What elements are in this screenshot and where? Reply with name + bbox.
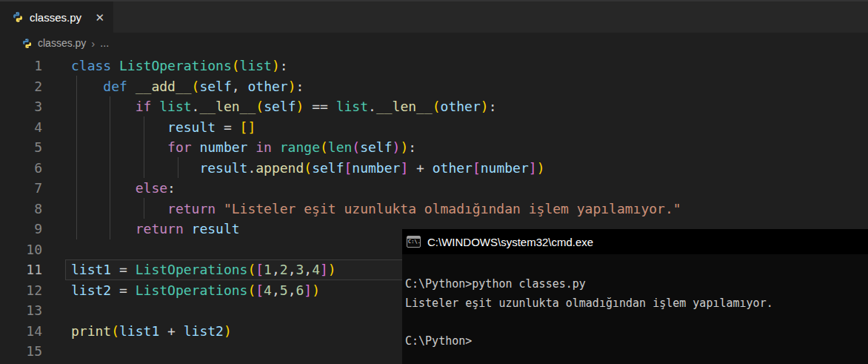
code-line[interactable]: 2 def __add__(self, other): [0,76,868,97]
code-line[interactable]: 1class ListOperations(list): [0,56,868,76]
code-line[interactable]: 3 if list.__len__(self) == list.__len__(… [0,96,868,117]
line-number: 8 [0,199,71,219]
tab-label: classes.py [30,11,81,24]
code-text: list2 = ListOperations([4,5,6]) [71,280,320,301]
tab-bar: classes.py ✕ [0,0,868,33]
code-text: result = [] [71,117,256,138]
line-number: 1 [0,56,71,76]
cmd-titlebar[interactable]: C:\WINDOWS\system32\cmd.exe [402,229,868,254]
cmd-window: C:\WINDOWS\system32\cmd.exe C:\Python>py… [402,229,868,364]
code-line[interactable]: 5 for number in range(len(self)): [0,137,868,158]
terminal-line [405,313,864,332]
code-text: list1 = ListOperations([1,2,3,4]) [71,259,336,280]
line-number: 7 [0,178,71,199]
tab-close-icon[interactable]: ✕ [93,10,106,24]
line-number: 6 [0,158,71,179]
code-text: class ListOperations(list): [71,56,288,76]
code-text: return "Listeler eşit uzunlukta olmadığı… [71,199,681,219]
cmd-icon [407,236,421,248]
line-number: 11 [0,259,71,280]
code-text: print(list1 + list2) [71,321,232,342]
breadcrumb-ellipsis[interactable]: ... [100,37,109,49]
python-icon [21,38,33,49]
line-number: 3 [0,96,71,117]
line-number: 4 [0,117,71,138]
line-number: 9 [0,219,71,239]
code-text: else: [71,178,176,199]
terminal-line: C:\Python> [405,332,864,351]
breadcrumb: classes.py › ... [0,33,868,53]
line-number: 12 [0,280,71,301]
code-text: if list.__len__(self) == list.__len__(ot… [71,96,496,117]
line-number: 15 [0,341,71,362]
code-text: result.append(self[number] + other[numbe… [71,158,544,179]
terminal-line: Listeler eşit uzunlukta olmadığından işl… [405,294,864,314]
vscode-window: classes.py ✕ classes.py › ... 1class Lis… [0,0,868,53]
tab-classes-py[interactable]: classes.py ✕ [0,1,113,33]
line-number: 10 [0,239,71,260]
code-line[interactable]: 6 result.append(self[number] + other[num… [0,158,868,179]
code-text: return result [71,219,240,239]
line-number: 2 [0,76,71,97]
cmd-output[interactable]: C:\Python>python classes.pyListeler eşit… [402,254,868,351]
python-icon [12,11,24,23]
chevron-right-icon: › [91,37,95,50]
line-number: 14 [0,321,71,342]
breadcrumb-file[interactable]: classes.py [38,37,86,49]
code-text: def __add__(self, other): [71,76,304,97]
cmd-title: C:\WINDOWS\system32\cmd.exe [427,236,593,248]
line-number: 13 [0,300,71,321]
code-line[interactable]: 7 else: [0,178,868,199]
code-line[interactable]: 4 result = [] [0,117,868,138]
code-line[interactable]: 8 return "Listeler eşit uzunlukta olmadı… [0,199,868,219]
line-number: 5 [0,137,71,158]
code-text: for number in range(len(self)): [71,137,416,158]
terminal-line: C:\Python>python classes.py [405,275,864,294]
